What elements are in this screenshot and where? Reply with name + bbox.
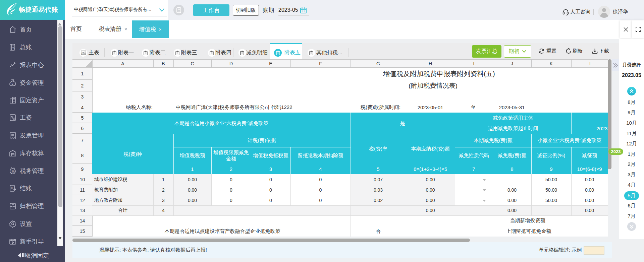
svg-text:¥: ¥ <box>11 186 13 190</box>
svg-text:¥: ¥ <box>11 82 14 85</box>
svg-text:税: 税 <box>81 52 84 55</box>
svg-text:¥: ¥ <box>13 48 15 50</box>
svg-text:税: 税 <box>11 170 15 173</box>
